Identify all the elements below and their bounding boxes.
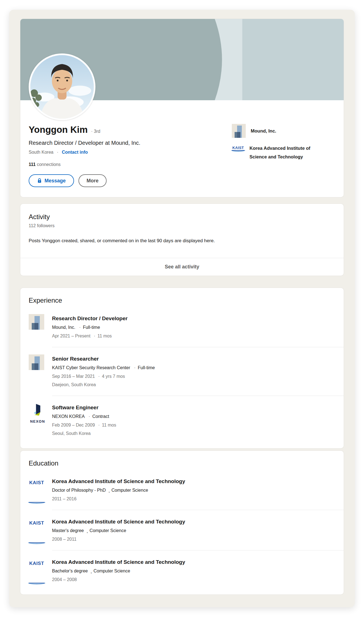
kaist-logo-icon[interactable]: KAIST	[29, 561, 45, 583]
date-range-line: Apr 2021 – Present·11 mos	[52, 332, 335, 340]
mound-logo-icon[interactable]	[29, 314, 44, 330]
highlight-orgs: Mound, Inc. KAIST Korea Advanced Institu…	[232, 124, 335, 187]
nexon-logo-icon[interactable]: NEXON	[29, 403, 46, 437]
location-line: South Korea · Contact info	[29, 149, 232, 156]
org-row-kaist[interactable]: KAIST Korea Advanced Institute of Scienc…	[232, 144, 335, 161]
degree-line: Doctor of Philosophy - PhD,Computer Scie…	[52, 486, 335, 494]
activity-title: Activity	[29, 212, 335, 222]
job-location: Seoul, South Korea	[52, 430, 335, 437]
contact-info-link[interactable]: Contact info	[62, 150, 88, 155]
job-location: Daejeon, South Korea	[52, 381, 335, 388]
kaist-logo-icon[interactable]: KAIST	[29, 521, 45, 543]
kaist-logo-icon: KAIST	[232, 146, 245, 151]
school-name: Korea Advanced Institute of Science and …	[52, 518, 335, 526]
profile-photo[interactable]	[29, 53, 95, 120]
org-name: Mound, Inc.	[251, 127, 276, 135]
lock-icon	[37, 178, 42, 183]
school-name: Korea Advanced Institute of Science and …	[52, 558, 335, 566]
education-years: 2004 – 2008	[52, 576, 335, 583]
education-item: KAIST Korea Advanced Institute of Scienc…	[20, 510, 344, 550]
job-title: Senior Researcher	[52, 355, 335, 363]
experience-item: Research Director / Developer Mound, Inc…	[20, 307, 344, 347]
experience-card: Experience Research Director / Developer…	[20, 288, 344, 448]
company-line: Mound, Inc.·Full-time	[52, 324, 335, 331]
linkedin-page: Yonggon Kim · 3rd Research Director / De…	[9, 10, 355, 607]
mound-logo-icon	[232, 124, 246, 138]
date-range-line: Sep 2016 – Mar 2021·4 yrs 7 mos	[52, 373, 335, 380]
company-line: KAIST Cyber Security Research Center·Ful…	[52, 364, 335, 372]
profile-name: Yonggon Kim · 3rd	[29, 125, 232, 136]
date-range-line: Feb 2009 – Dec 2009·11 mos	[52, 422, 335, 429]
more-button[interactable]: More	[78, 174, 107, 187]
connection-degree-badge: · 3rd	[90, 129, 100, 134]
education-item: KAIST Korea Advanced Institute of Scienc…	[20, 550, 344, 591]
profile-headline: Research Director / Developer at Mound, …	[29, 139, 232, 147]
experience-title: Experience	[29, 296, 335, 305]
org-row-mound[interactable]: Mound, Inc.	[232, 124, 335, 138]
experience-item: NEXON Software Engineer NEXON KOREA·Cont…	[20, 396, 344, 444]
company-line: NEXON KOREA·Contract	[52, 413, 335, 420]
job-title: Research Director / Developer	[52, 315, 335, 322]
job-title: Software Engineer	[52, 404, 335, 412]
mound-logo-icon[interactable]	[29, 354, 44, 370]
message-button[interactable]: Message	[29, 174, 74, 187]
experience-item: Senior Researcher KAIST Cyber Security R…	[20, 347, 344, 396]
connections-line: 111 connections	[29, 161, 232, 168]
degree-line: Master's degree,Computer Science	[52, 527, 335, 535]
see-all-activity-button[interactable]: See all activity	[20, 258, 344, 276]
followers-count: 112 followers	[29, 222, 335, 229]
activity-description: Posts Yonggon created, shared, or commen…	[29, 237, 335, 244]
school-name: Korea Advanced Institute of Science and …	[52, 478, 335, 485]
activity-card: Activity 112 followers Posts Yonggon cre…	[20, 204, 344, 276]
org-name: Korea Advanced Institute of Science and …	[250, 144, 318, 161]
degree-line: Bachelor's degree,Computer Science	[52, 567, 335, 575]
education-years: 2011 – 2016	[52, 495, 335, 503]
education-title: Education	[29, 459, 335, 468]
education-years: 2008 – 2011	[52, 536, 335, 543]
education-card: Education KAIST Korea Advanced Institute…	[20, 451, 344, 594]
profile-card: Yonggon Kim · 3rd Research Director / De…	[20, 19, 344, 197]
kaist-logo-icon[interactable]: KAIST	[29, 480, 45, 503]
location-text: South Korea	[29, 150, 53, 155]
education-item: KAIST Korea Advanced Institute of Scienc…	[20, 470, 344, 510]
